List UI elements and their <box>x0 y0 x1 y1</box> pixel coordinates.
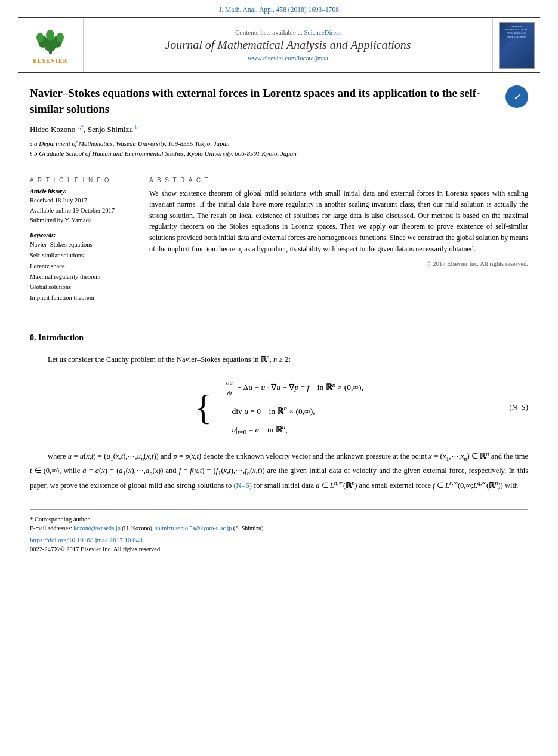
journal-title: Journal of Mathematical Analysis and App… <box>165 38 411 52</box>
keyword-6: Implicit function theorem <box>30 293 130 303</box>
email-addresses: E-mail addresses: kozono@waseda.jp (H. K… <box>30 525 528 531</box>
section-0: 0. Introduction Let us consider the Cauc… <box>30 331 528 491</box>
svg-point-6 <box>57 33 64 42</box>
equation-lines: ∂u ∂t − Δu + u · ∇u + ∇p = f in ℝn × (0,… <box>224 377 363 437</box>
doi-link[interactable]: https://doi.org/10.1016/j.jmaa.2017.10.0… <box>30 536 528 543</box>
elsevier-wordmark: ELSEVIER <box>33 57 68 64</box>
issn-notice: 0022-247X/© 2017 Elsevier Inc. All right… <box>30 546 528 552</box>
divider-1 <box>30 168 528 168</box>
paper-title: Navier–Stokes equations with external fo… <box>30 85 498 117</box>
keywords-label: Keywords: <box>30 232 130 238</box>
affiliations: a a Department of Mathematics, Waseda Un… <box>30 139 528 159</box>
journal-citation: J. Math. Anal. Appl. 458 (2018) 1693–170… <box>0 0 558 17</box>
intro-para-2: where u = u(x,t) = (u1(x,t),⋯,un(x,t)) a… <box>30 449 528 491</box>
crossmark-badge[interactable]: ✓ <box>505 85 528 108</box>
author2-email[interactable]: shimizu.senjo.5s@kyoto-u.ac.jp <box>155 525 232 531</box>
footnote-section: * Corresponding author. E-mail addresses… <box>30 509 528 552</box>
elsevier-logo-area: ELSEVIER <box>18 18 84 72</box>
sciencedirect-notice: Contents lists available at ScienceDirec… <box>235 29 341 36</box>
abstract-title: A B S T R A C T <box>149 177 528 183</box>
article-history: Article history: Received 18 July 2017 A… <box>30 188 130 226</box>
sciencedirect-link[interactable]: ScienceDirect <box>304 29 341 36</box>
article-info-title: A R T I C L E I N F O <box>30 177 130 183</box>
journal-cover-area: Journal ofMATHEMATICALANALYSIS ANDAPPLIC… <box>492 18 540 72</box>
keyword-3: Lorentz space <box>30 261 130 272</box>
copyright-notice: © 2017 Elsevier Inc. All rights reserved… <box>149 260 528 267</box>
equation-label: (N–S) <box>509 401 528 414</box>
intro-para-1: Let us consider the Cauchy problem of th… <box>30 352 528 365</box>
keyword-4: Maximal regularity theorem <box>30 272 130 282</box>
affil-b: b Graduate School of Human and Environme… <box>34 149 297 159</box>
affil-a: a Department of Mathematics, Waseda Univ… <box>34 139 230 149</box>
elsevier-tree-icon <box>34 27 67 56</box>
eq-line-3: u|t=0 = a in ℝn, <box>224 421 363 437</box>
keyword-5: Global solutions <box>30 282 130 293</box>
paper-title-section: Navier–Stokes equations with external fo… <box>30 85 528 117</box>
section-0-heading: 0. Introduction <box>30 331 528 345</box>
left-brace: { <box>195 389 212 425</box>
abstract-text: We show existence theorem of global mild… <box>149 188 528 255</box>
navier-stokes-equation: { ∂u ∂t − Δu + u · ∇u + ∇p = f in ℝn × (… <box>30 377 528 437</box>
svg-point-5 <box>46 30 54 41</box>
article-info-panel: A R T I C L E I N F O Article history: R… <box>30 177 137 309</box>
keyword-2: Self-similar solutions <box>30 250 130 261</box>
journal-url[interactable]: www.elsevier.com/locate/jmaa <box>248 54 328 62</box>
main-content: Navier–Stokes equations with external fo… <box>0 73 558 564</box>
eq-line-2: div u = 0 in ℝn × (0,∞), <box>224 402 363 417</box>
eq-line-1: ∂u ∂t − Δu + u · ∇u + ∇p = f in ℝn × (0,… <box>224 377 363 399</box>
history-label: Article history: <box>30 188 130 195</box>
header-banner: ELSEVIER Contents lists available at Sci… <box>18 17 540 73</box>
author1-email[interactable]: kozono@waseda.jp <box>73 525 120 531</box>
abstract-section: A B S T R A C T We show existence theore… <box>149 177 528 309</box>
article-info-abstract: A R T I C L E I N F O Article history: R… <box>30 177 528 309</box>
keyword-1: Navier–Stokes equations <box>30 239 130 250</box>
doi-anchor[interactable]: https://doi.org/10.1016/j.jmaa.2017.10.0… <box>30 536 143 543</box>
corresponding-author-note: * Corresponding author. <box>30 515 528 525</box>
journal-header-center: Contents lists available at ScienceDirec… <box>84 18 492 72</box>
svg-point-4 <box>36 33 44 42</box>
submitted-by: Submitted by Y. Yamada <box>30 216 130 226</box>
partial-fraction: ∂u ∂t <box>225 377 234 399</box>
journal-cover-image: Journal ofMATHEMATICALANALYSIS ANDAPPLIC… <box>499 22 535 69</box>
divider-2 <box>30 319 528 319</box>
keywords-list: Navier–Stokes equations Self-similar sol… <box>30 239 130 303</box>
keywords-section: Keywords: Navier–Stokes equations Self-s… <box>30 232 130 303</box>
available-date: Available online 19 October 2017 <box>30 206 130 216</box>
received-date: Received 18 July 2017 <box>30 196 130 206</box>
authors-line: Hideo Kozono a,*, Senjo Shimizu b <box>30 124 528 134</box>
ns-reference: (N–S) <box>233 481 252 490</box>
